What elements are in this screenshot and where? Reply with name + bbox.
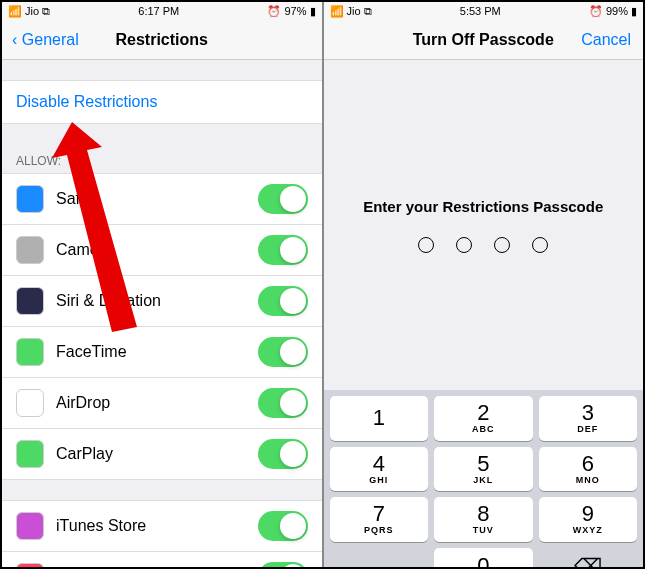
toggle-switch[interactable] xyxy=(258,286,308,316)
app-label: iTunes Store xyxy=(56,517,258,535)
carrier: Jio xyxy=(25,5,39,17)
app-row: Music Profiles & Posts xyxy=(2,552,322,567)
page-title: Turn Off Passcode xyxy=(413,31,554,49)
passcode-dot xyxy=(494,237,510,253)
key-number: 5 xyxy=(477,453,489,475)
app-icon xyxy=(16,338,44,366)
key-letters: PQRS xyxy=(364,525,394,535)
keypad-key-3[interactable]: 3DEF xyxy=(539,396,638,441)
app-row: Siri & Dictation xyxy=(2,276,322,327)
disable-restrictions-link[interactable]: Disable Restrictions xyxy=(2,80,322,124)
app-icon xyxy=(16,185,44,213)
wifi-icon: ⧉ xyxy=(42,5,50,18)
page-title: Restrictions xyxy=(116,31,208,49)
app-row: iTunes Store xyxy=(2,500,322,552)
signal-icon: 📶 xyxy=(8,5,22,18)
key-number: 8 xyxy=(477,503,489,525)
battery-icon: ▮ xyxy=(310,5,316,18)
key-letters: WXYZ xyxy=(573,525,603,535)
battery-pct: 97% xyxy=(284,5,306,17)
app-icon xyxy=(16,563,44,567)
keypad-key-6[interactable]: 6MNO xyxy=(539,447,638,492)
key-number: 3 xyxy=(582,402,594,424)
key-number: 4 xyxy=(373,453,385,475)
key-number: 6 xyxy=(582,453,594,475)
keypad-key-1[interactable]: 1 xyxy=(330,396,429,441)
toggle-switch[interactable] xyxy=(258,439,308,469)
app-label: CarPlay xyxy=(56,445,258,463)
keypad-key-2[interactable]: 2ABC xyxy=(434,396,533,441)
phone-restrictions: 📶 Jio ⧉ 6:17 PM ⏰ 97% ▮ ‹ General Restri… xyxy=(2,2,322,567)
passcode-area: Enter your Restrictions Passcode xyxy=(324,60,644,390)
key-letters: MNO xyxy=(576,475,600,485)
app-row: FaceTime xyxy=(2,327,322,378)
wifi-icon: ⧉ xyxy=(364,5,372,18)
signal-icon: 📶 xyxy=(330,5,344,18)
back-label: General xyxy=(22,31,79,49)
app-icon xyxy=(16,512,44,540)
status-bar: 📶 Jio ⧉ 5:53 PM ⏰ 99% ▮ xyxy=(324,2,644,20)
toggle-switch[interactable] xyxy=(258,388,308,418)
keypad-spacer xyxy=(330,548,429,568)
disable-group: Disable Restrictions xyxy=(2,80,322,124)
passcode-dot xyxy=(456,237,472,253)
app-icon xyxy=(16,389,44,417)
status-time: 6:17 PM xyxy=(138,5,179,17)
toggle-switch[interactable] xyxy=(258,511,308,541)
key-letters: DEF xyxy=(577,424,598,434)
passcode-dots xyxy=(418,237,548,253)
passcode-prompt: Enter your Restrictions Passcode xyxy=(363,198,603,215)
chevron-left-icon: ‹ xyxy=(12,31,22,49)
carrier: Jio xyxy=(347,5,361,17)
keypad-key-9[interactable]: 9WXYZ xyxy=(539,497,638,542)
app-row: CarPlay xyxy=(2,429,322,480)
key-number: 2 xyxy=(477,402,489,424)
key-number: 1 xyxy=(373,407,385,429)
passcode-dot xyxy=(532,237,548,253)
keypad: 12ABC3DEF4GHI5JKL6MNO7PQRS8TUV9WXYZ0⌫ xyxy=(324,390,644,567)
back-button[interactable]: ‹ General xyxy=(12,31,79,49)
keypad-key-8[interactable]: 8TUV xyxy=(434,497,533,542)
toggle-switch[interactable] xyxy=(258,562,308,567)
allow-header: ALLOW: xyxy=(2,154,322,173)
app-icon xyxy=(16,236,44,264)
key-number: 0 xyxy=(477,555,489,567)
key-number: 9 xyxy=(582,503,594,525)
toggle-switch[interactable] xyxy=(258,337,308,367)
allow-section: ALLOW: SafariCameraSiri & DictationFaceT… xyxy=(2,154,322,480)
keypad-key-0[interactable]: 0 xyxy=(434,548,533,568)
stores-section: iTunes StoreMusic Profiles & PostsiBooks… xyxy=(2,500,322,567)
toggle-switch[interactable] xyxy=(258,235,308,265)
app-row: Camera xyxy=(2,225,322,276)
app-label: Siri & Dictation xyxy=(56,292,258,310)
keypad-key-5[interactable]: 5JKL xyxy=(434,447,533,492)
app-row: Safari xyxy=(2,173,322,225)
phone-passcode: 📶 Jio ⧉ 5:53 PM ⏰ 99% ▮ Turn Off Passcod… xyxy=(324,2,644,567)
passcode-dot xyxy=(418,237,434,253)
keypad-key-4[interactable]: 4GHI xyxy=(330,447,429,492)
cancel-button[interactable]: Cancel xyxy=(581,31,631,49)
battery-pct: 99% xyxy=(606,5,628,17)
key-letters: GHI xyxy=(369,475,388,485)
battery-icon: ▮ xyxy=(631,5,637,18)
nav-bar: ‹ General Restrictions xyxy=(2,20,322,60)
app-label: AirDrop xyxy=(56,394,258,412)
keypad-delete[interactable]: ⌫ xyxy=(539,548,638,568)
key-letters: TUV xyxy=(473,525,494,535)
alarm-icon: ⏰ xyxy=(589,5,603,18)
nav-bar: Turn Off Passcode Cancel xyxy=(324,20,644,60)
key-letters: JKL xyxy=(473,475,493,485)
toggle-switch[interactable] xyxy=(258,184,308,214)
app-label: Safari xyxy=(56,190,258,208)
keypad-key-7[interactable]: 7PQRS xyxy=(330,497,429,542)
status-bar: 📶 Jio ⧉ 6:17 PM ⏰ 97% ▮ xyxy=(2,2,322,20)
app-row: AirDrop xyxy=(2,378,322,429)
app-label: FaceTime xyxy=(56,343,258,361)
app-icon xyxy=(16,287,44,315)
app-label: Camera xyxy=(56,241,258,259)
status-time: 5:53 PM xyxy=(460,5,501,17)
key-number: 7 xyxy=(373,503,385,525)
alarm-icon: ⏰ xyxy=(267,5,281,18)
key-letters: ABC xyxy=(472,424,495,434)
app-icon xyxy=(16,440,44,468)
